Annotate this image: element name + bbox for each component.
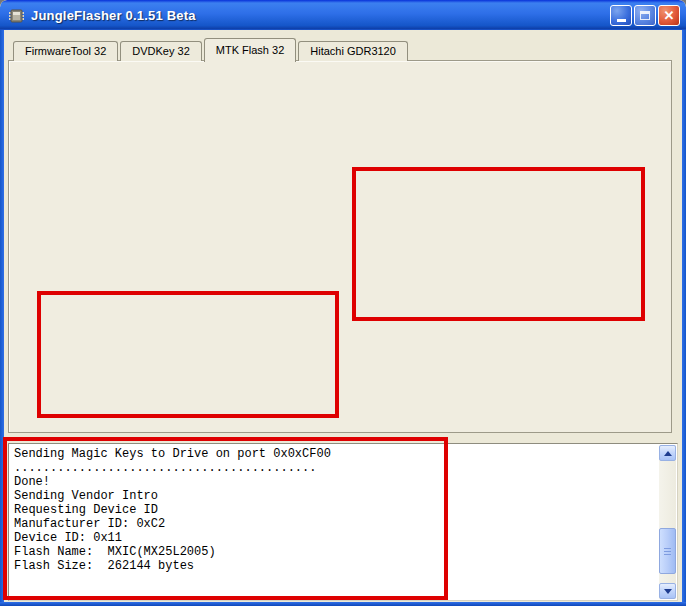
maximize-icon xyxy=(640,11,650,20)
tab-page-mtk-flash-32 xyxy=(8,60,672,433)
tab-strip: FirmwareTool 32DVDKey 32MTK Flash 32Hita… xyxy=(13,37,410,61)
log-output[interactable]: Sending Magic Keys to Drive on port 0x0x… xyxy=(8,443,678,601)
close-icon: ✕ xyxy=(664,9,675,22)
app-window: JungleFlasher 0.1.51 Beta ✕ FirmwareTool… xyxy=(0,0,686,606)
maximize-button[interactable] xyxy=(634,5,656,26)
log-line: Requesting Device ID xyxy=(14,503,653,517)
log-line: Done! xyxy=(14,475,653,489)
app-icon xyxy=(8,7,25,24)
scrollbar-up-button[interactable] xyxy=(659,445,676,461)
scroll-up-icon xyxy=(664,451,672,456)
log-line: Manufacturer ID: 0xC2 xyxy=(14,517,653,531)
caption-buttons: ✕ xyxy=(610,5,680,26)
log-text: Sending Magic Keys to Drive on port 0x0x… xyxy=(14,447,653,598)
minimize-icon xyxy=(617,19,626,22)
minimize-button[interactable] xyxy=(610,5,632,26)
window-title: JungleFlasher 0.1.51 Beta xyxy=(31,8,196,23)
log-line: Device ID: 0x11 xyxy=(14,531,653,545)
log-line: Sending Vendor Intro xyxy=(14,489,653,503)
log-line: Flash Size: 262144 bytes xyxy=(14,559,653,573)
tab-firmwaretool-32[interactable]: FirmwareTool 32 xyxy=(13,41,118,61)
log-line: ........................................… xyxy=(14,461,653,475)
titlebar[interactable]: JungleFlasher 0.1.51 Beta ✕ xyxy=(0,0,686,30)
window-border-right xyxy=(682,30,686,606)
scrollbar-down-button[interactable] xyxy=(659,583,676,599)
log-scrollbar[interactable] xyxy=(659,445,676,599)
log-line: Flash Name: MXIC(MX25L2005) xyxy=(14,545,653,559)
tab-hitachi-gdr3120[interactable]: Hitachi GDR3120 xyxy=(298,41,408,61)
scrollbar-thumb[interactable] xyxy=(659,528,676,574)
tab-mtk-flash-32[interactable]: MTK Flash 32 xyxy=(204,38,296,62)
close-button[interactable]: ✕ xyxy=(658,5,680,26)
tab-dvdkey-32[interactable]: DVDKey 32 xyxy=(120,41,201,61)
scroll-down-icon xyxy=(664,589,672,594)
scrollbar-grip-icon xyxy=(664,548,671,556)
window-border-bottom xyxy=(0,602,686,606)
log-line: Sending Magic Keys to Drive on port 0x0x… xyxy=(14,447,653,461)
